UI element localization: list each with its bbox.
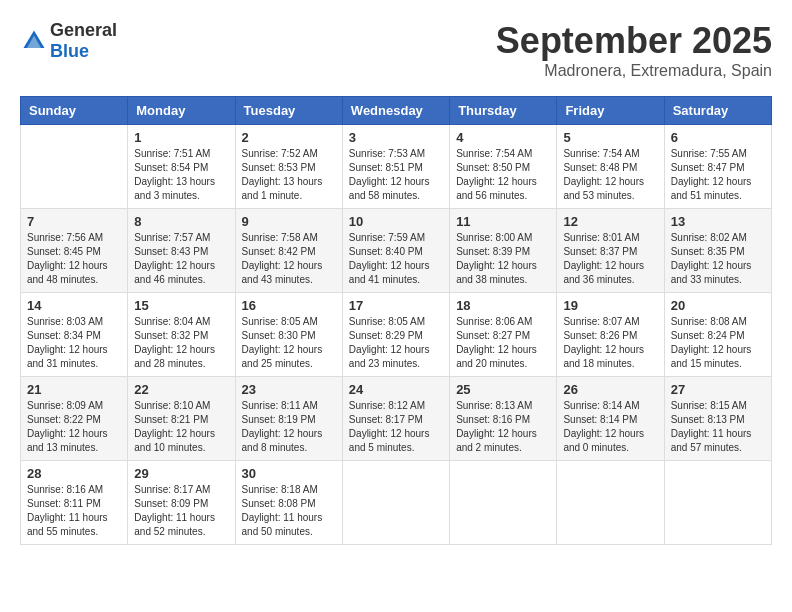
day-info: Sunrise: 7:52 AM Sunset: 8:53 PM Dayligh… xyxy=(242,147,336,203)
day-number: 18 xyxy=(456,298,550,313)
day-info: Sunrise: 7:53 AM Sunset: 8:51 PM Dayligh… xyxy=(349,147,443,203)
day-number: 7 xyxy=(27,214,121,229)
page-header: General Blue September 2025 Madronera, E… xyxy=(20,20,772,80)
calendar-cell: 9Sunrise: 7:58 AM Sunset: 8:42 PM Daylig… xyxy=(235,209,342,293)
calendar-week-row: 7Sunrise: 7:56 AM Sunset: 8:45 PM Daylig… xyxy=(21,209,772,293)
day-info: Sunrise: 7:58 AM Sunset: 8:42 PM Dayligh… xyxy=(242,231,336,287)
calendar-cell: 27Sunrise: 8:15 AM Sunset: 8:13 PM Dayli… xyxy=(664,377,771,461)
calendar-week-row: 1Sunrise: 7:51 AM Sunset: 8:54 PM Daylig… xyxy=(21,125,772,209)
logo-icon xyxy=(20,27,48,55)
day-info: Sunrise: 8:07 AM Sunset: 8:26 PM Dayligh… xyxy=(563,315,657,371)
calendar-cell: 25Sunrise: 8:13 AM Sunset: 8:16 PM Dayli… xyxy=(450,377,557,461)
calendar-cell: 5Sunrise: 7:54 AM Sunset: 8:48 PM Daylig… xyxy=(557,125,664,209)
calendar-cell: 11Sunrise: 8:00 AM Sunset: 8:39 PM Dayli… xyxy=(450,209,557,293)
calendar-cell xyxy=(450,461,557,545)
calendar-cell: 10Sunrise: 7:59 AM Sunset: 8:40 PM Dayli… xyxy=(342,209,449,293)
day-number: 11 xyxy=(456,214,550,229)
day-info: Sunrise: 8:04 AM Sunset: 8:32 PM Dayligh… xyxy=(134,315,228,371)
day-info: Sunrise: 8:12 AM Sunset: 8:17 PM Dayligh… xyxy=(349,399,443,455)
day-info: Sunrise: 8:11 AM Sunset: 8:19 PM Dayligh… xyxy=(242,399,336,455)
day-number: 21 xyxy=(27,382,121,397)
day-info: Sunrise: 7:51 AM Sunset: 8:54 PM Dayligh… xyxy=(134,147,228,203)
calendar-cell: 23Sunrise: 8:11 AM Sunset: 8:19 PM Dayli… xyxy=(235,377,342,461)
col-header-thursday: Thursday xyxy=(450,97,557,125)
day-info: Sunrise: 8:05 AM Sunset: 8:29 PM Dayligh… xyxy=(349,315,443,371)
day-info: Sunrise: 7:56 AM Sunset: 8:45 PM Dayligh… xyxy=(27,231,121,287)
day-info: Sunrise: 7:54 AM Sunset: 8:48 PM Dayligh… xyxy=(563,147,657,203)
day-info: Sunrise: 8:13 AM Sunset: 8:16 PM Dayligh… xyxy=(456,399,550,455)
calendar-cell: 20Sunrise: 8:08 AM Sunset: 8:24 PM Dayli… xyxy=(664,293,771,377)
calendar-cell: 6Sunrise: 7:55 AM Sunset: 8:47 PM Daylig… xyxy=(664,125,771,209)
day-number: 8 xyxy=(134,214,228,229)
day-number: 1 xyxy=(134,130,228,145)
day-number: 24 xyxy=(349,382,443,397)
logo-blue: Blue xyxy=(50,41,89,61)
calendar-cell xyxy=(557,461,664,545)
day-info: Sunrise: 8:15 AM Sunset: 8:13 PM Dayligh… xyxy=(671,399,765,455)
calendar-cell: 12Sunrise: 8:01 AM Sunset: 8:37 PM Dayli… xyxy=(557,209,664,293)
calendar-cell: 4Sunrise: 7:54 AM Sunset: 8:50 PM Daylig… xyxy=(450,125,557,209)
day-number: 14 xyxy=(27,298,121,313)
day-number: 26 xyxy=(563,382,657,397)
title-block: September 2025 Madronera, Extremadura, S… xyxy=(496,20,772,80)
day-info: Sunrise: 8:10 AM Sunset: 8:21 PM Dayligh… xyxy=(134,399,228,455)
calendar-header-row: SundayMondayTuesdayWednesdayThursdayFrid… xyxy=(21,97,772,125)
calendar-cell: 16Sunrise: 8:05 AM Sunset: 8:30 PM Dayli… xyxy=(235,293,342,377)
calendar-cell: 28Sunrise: 8:16 AM Sunset: 8:11 PM Dayli… xyxy=(21,461,128,545)
calendar-table: SundayMondayTuesdayWednesdayThursdayFrid… xyxy=(20,96,772,545)
day-number: 12 xyxy=(563,214,657,229)
logo: General Blue xyxy=(20,20,117,62)
day-number: 4 xyxy=(456,130,550,145)
day-number: 6 xyxy=(671,130,765,145)
day-info: Sunrise: 8:02 AM Sunset: 8:35 PM Dayligh… xyxy=(671,231,765,287)
day-info: Sunrise: 8:06 AM Sunset: 8:27 PM Dayligh… xyxy=(456,315,550,371)
day-number: 20 xyxy=(671,298,765,313)
day-info: Sunrise: 8:14 AM Sunset: 8:14 PM Dayligh… xyxy=(563,399,657,455)
calendar-week-row: 28Sunrise: 8:16 AM Sunset: 8:11 PM Dayli… xyxy=(21,461,772,545)
day-info: Sunrise: 7:55 AM Sunset: 8:47 PM Dayligh… xyxy=(671,147,765,203)
day-number: 9 xyxy=(242,214,336,229)
calendar-cell: 15Sunrise: 8:04 AM Sunset: 8:32 PM Dayli… xyxy=(128,293,235,377)
calendar-cell: 2Sunrise: 7:52 AM Sunset: 8:53 PM Daylig… xyxy=(235,125,342,209)
day-info: Sunrise: 8:00 AM Sunset: 8:39 PM Dayligh… xyxy=(456,231,550,287)
location-title: Madronera, Extremadura, Spain xyxy=(496,62,772,80)
day-number: 28 xyxy=(27,466,121,481)
day-info: Sunrise: 8:09 AM Sunset: 8:22 PM Dayligh… xyxy=(27,399,121,455)
calendar-cell: 24Sunrise: 8:12 AM Sunset: 8:17 PM Dayli… xyxy=(342,377,449,461)
day-info: Sunrise: 7:57 AM Sunset: 8:43 PM Dayligh… xyxy=(134,231,228,287)
calendar-cell xyxy=(664,461,771,545)
col-header-tuesday: Tuesday xyxy=(235,97,342,125)
calendar-cell: 7Sunrise: 7:56 AM Sunset: 8:45 PM Daylig… xyxy=(21,209,128,293)
logo-general: General xyxy=(50,20,117,40)
day-info: Sunrise: 8:03 AM Sunset: 8:34 PM Dayligh… xyxy=(27,315,121,371)
calendar-cell: 13Sunrise: 8:02 AM Sunset: 8:35 PM Dayli… xyxy=(664,209,771,293)
calendar-cell: 30Sunrise: 8:18 AM Sunset: 8:08 PM Dayli… xyxy=(235,461,342,545)
day-number: 3 xyxy=(349,130,443,145)
day-info: Sunrise: 7:54 AM Sunset: 8:50 PM Dayligh… xyxy=(456,147,550,203)
day-number: 30 xyxy=(242,466,336,481)
col-header-wednesday: Wednesday xyxy=(342,97,449,125)
month-title: September 2025 xyxy=(496,20,772,62)
calendar-cell: 14Sunrise: 8:03 AM Sunset: 8:34 PM Dayli… xyxy=(21,293,128,377)
day-info: Sunrise: 8:05 AM Sunset: 8:30 PM Dayligh… xyxy=(242,315,336,371)
day-number: 19 xyxy=(563,298,657,313)
calendar-cell xyxy=(21,125,128,209)
calendar-cell: 26Sunrise: 8:14 AM Sunset: 8:14 PM Dayli… xyxy=(557,377,664,461)
day-number: 17 xyxy=(349,298,443,313)
calendar-cell: 1Sunrise: 7:51 AM Sunset: 8:54 PM Daylig… xyxy=(128,125,235,209)
col-header-saturday: Saturday xyxy=(664,97,771,125)
day-info: Sunrise: 8:01 AM Sunset: 8:37 PM Dayligh… xyxy=(563,231,657,287)
day-number: 16 xyxy=(242,298,336,313)
calendar-cell: 21Sunrise: 8:09 AM Sunset: 8:22 PM Dayli… xyxy=(21,377,128,461)
day-info: Sunrise: 8:08 AM Sunset: 8:24 PM Dayligh… xyxy=(671,315,765,371)
calendar-cell: 29Sunrise: 8:17 AM Sunset: 8:09 PM Dayli… xyxy=(128,461,235,545)
day-number: 29 xyxy=(134,466,228,481)
day-info: Sunrise: 7:59 AM Sunset: 8:40 PM Dayligh… xyxy=(349,231,443,287)
calendar-cell: 17Sunrise: 8:05 AM Sunset: 8:29 PM Dayli… xyxy=(342,293,449,377)
col-header-friday: Friday xyxy=(557,97,664,125)
day-info: Sunrise: 8:17 AM Sunset: 8:09 PM Dayligh… xyxy=(134,483,228,539)
day-number: 15 xyxy=(134,298,228,313)
day-number: 2 xyxy=(242,130,336,145)
calendar-cell: 19Sunrise: 8:07 AM Sunset: 8:26 PM Dayli… xyxy=(557,293,664,377)
calendar-cell: 8Sunrise: 7:57 AM Sunset: 8:43 PM Daylig… xyxy=(128,209,235,293)
